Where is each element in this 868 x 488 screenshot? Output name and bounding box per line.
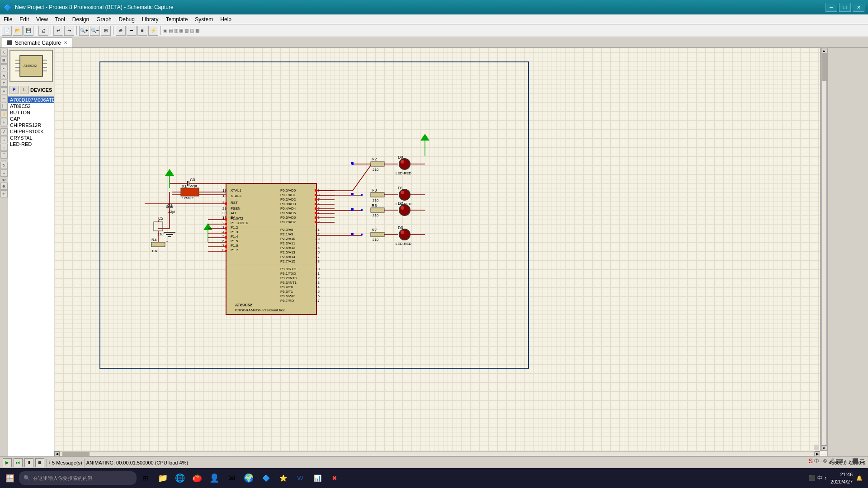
vertical-scrollbar[interactable]: ▲ ▼ [820,48,827,451]
pause-button[interactable]: ⏸ [24,458,33,467]
close-button[interactable]: ✕ [853,3,864,12]
stop-button[interactable]: ⏹ [35,458,44,467]
taskbar-tomato[interactable]: 🍅 [189,470,205,486]
menu-icon[interactable]: ☰ [860,458,864,464]
text-tool[interactable]: T [0,80,8,87]
draw-rect[interactable]: □ [0,136,8,143]
draw-arc[interactable]: ⌒ [0,151,8,159]
taskbar-word[interactable]: W [292,470,308,486]
label-tool[interactable]: A [0,72,8,79]
clock-date: 2020/4/27 [830,478,853,486]
device-item-4[interactable]: CHIPRES12R [8,122,54,128]
taskbar-user[interactable]: 👤 [206,470,222,486]
tab-icon: ⬛ [7,40,12,45]
taskbar-green[interactable]: 📊 [309,470,326,486]
snap-tool[interactable]: ⊕ [0,183,8,190]
bus-tool[interactable]: ≡ [0,87,8,94]
playbar-sep2 [84,459,85,467]
device-item-7[interactable]: LED-RED [8,141,54,147]
device-item-2[interactable]: BUTTON [8,109,54,116]
menu-item-tool[interactable]: Tool [52,15,69,23]
scroll-thumb[interactable] [62,452,90,456]
minimize-button[interactable]: ─ [826,3,837,12]
scroll-up-arrow[interactable]: ▲ [821,48,827,53]
step-button[interactable]: ⏭ [14,458,23,467]
device-item-0[interactable]: A700D107M006ATE [8,97,54,103]
tab-close-button[interactable]: ✕ [64,40,67,45]
tab-schematic-capture[interactable]: ⬛ Schematic Capture ✕ [2,38,72,47]
microphone-icon[interactable]: 🎤 [828,458,835,464]
proteus-logo-icon: S [808,457,812,465]
taskbar-browser[interactable]: 🌐 [172,470,188,486]
taskbar-explorer[interactable]: 📁 [155,470,171,486]
panel-p-button[interactable]: P [9,86,19,94]
device-item-6[interactable]: CRYSTAL [8,135,54,141]
select-tool[interactable]: ↖ [0,49,8,56]
scroll-track[interactable] [60,452,815,456]
vscroll-thumb[interactable] [822,54,826,81]
zoom-in-button[interactable]: 🔍+ [79,26,89,36]
menu-item-design[interactable]: Design [69,15,93,23]
taskbar-blue[interactable]: 🔷 [258,470,274,486]
menu-item-help[interactable]: Help [217,15,235,23]
maximize-button[interactable]: □ [839,3,851,12]
taskbar-edge[interactable]: 🌍 [241,470,257,486]
open-button[interactable]: 📂 [13,26,23,36]
menu-item-edit[interactable]: Edit [16,15,33,23]
tray-icons[interactable]: ⬛ 中 ↑ [809,474,827,482]
menu-item-system[interactable]: System [191,15,217,23]
draw-circle[interactable]: ○ [0,144,8,151]
probe-tool[interactable]: ⚡ [0,110,8,117]
rotate-tool[interactable]: ↻ [0,162,8,169]
menu-item-view[interactable]: View [33,15,52,23]
wire-button[interactable]: ━ [127,26,137,36]
new-button[interactable]: 📄 [2,26,12,36]
menu-item-file[interactable]: File [0,15,16,23]
device-item-1[interactable]: AT89C52 [8,103,54,109]
menu-item-library[interactable]: Library [138,15,162,23]
pin-tool[interactable]: ⊢ [0,103,8,110]
menu-item-debug[interactable]: Debug [115,15,138,23]
menu-item-graph[interactable]: Graph [93,15,115,23]
component-tool[interactable]: ⊞ [0,56,8,64]
schematic-border [99,61,529,369]
print-button[interactable]: 🖨 [38,26,48,36]
animating-status: ANIMATING: 00:00:01.500000 (CPU load 4%) [86,460,188,465]
scroll-right-arrow[interactable]: ▶ [815,451,820,457]
junction-tool[interactable]: • [0,64,8,71]
redo-button[interactable]: ↪ [64,26,74,36]
draw-line[interactable]: ╱ [0,128,8,136]
probe-button[interactable]: ⚡ [148,26,158,36]
panel-l-button[interactable]: L [20,86,29,94]
search-placeholder[interactable]: 在这里输入你要搜索的内容 [33,475,93,482]
bus-button[interactable]: ≡ [137,26,147,36]
right-panel: S 中 · © 🎤 ⌨ ↑ ↓ ⬛ ☰ [827,48,868,456]
scroll-left-arrow[interactable]: ◀ [54,451,60,457]
taskbar-search-area[interactable]: 🔍 在这里输入你要搜索的内容 [19,471,137,485]
move-tool[interactable]: ✛ [0,190,8,197]
wire-tool[interactable]: ─ [0,95,8,102]
notification-icon[interactable]: 🔔 [856,475,863,481]
flip-tool[interactable]: ↔ [0,169,8,177]
task-view-button[interactable]: ⊞ [137,470,154,486]
toolbar-separator-2 [51,26,51,35]
menu-item-template[interactable]: Template [162,15,192,23]
components-button[interactable]: ⊕ [116,26,126,36]
vscroll-track[interactable] [821,53,827,446]
save-button[interactable]: 💾 [24,26,33,36]
taskbar-mail[interactable]: ✉ [223,470,240,486]
start-button[interactable]: 🪟 [2,470,18,486]
power-tool[interactable]: ⏚ [0,118,8,125]
device-item-3[interactable]: CAP [8,116,54,122]
undo-button[interactable]: ↩ [53,26,63,36]
canvas-area[interactable]: P1.0/T2 P1.1/T2EX P1.2 P1.3 P1.4 P1.5 P1… [54,48,827,456]
toolbar-separator-4 [113,26,113,35]
taskbar-close[interactable]: ✖ [326,470,343,486]
device-item-5[interactable]: CHIPRES100K [8,128,54,135]
scroll-down-arrow[interactable]: ▼ [821,446,827,451]
zoom-out-button[interactable]: 🔍− [90,26,100,36]
play-button[interactable]: ▶ [3,458,12,467]
zoom-fit-button[interactable]: ⊞ [101,26,111,36]
horizontal-scrollbar[interactable]: ◀ ▶ [54,451,820,456]
taskbar-yellow[interactable]: ⭐ [275,470,291,486]
